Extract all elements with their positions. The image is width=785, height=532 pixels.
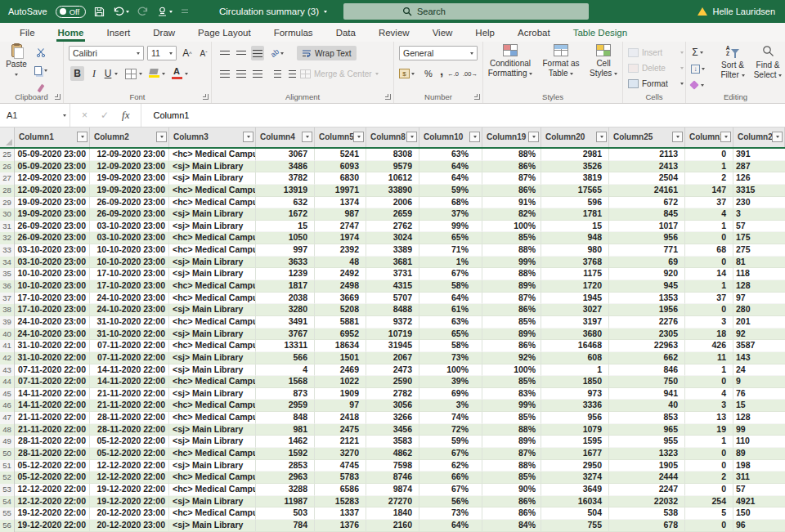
cell[interactable]: 19-12-2020 22:00 [15,507,90,520]
cell[interactable]: 1672 [256,208,315,221]
row-header[interactable]: 47 [0,412,15,424]
cell[interactable]: 86% [482,161,541,173]
cell[interactable]: 6586 [315,484,366,496]
cell[interactable]: 10-10-2020 23:00 [90,257,169,269]
cell[interactable]: 873 [256,388,315,400]
cell[interactable]: <sj> Main Library [169,304,256,316]
cell[interactable]: 945 [609,280,685,293]
cell[interactable]: 662 [609,352,685,364]
cell[interactable]: 3024 [366,232,419,244]
cell[interactable]: 1945 [541,293,609,305]
cell[interactable]: 538 [609,507,685,520]
cell[interactable]: 33890 [366,185,419,197]
cell[interactable]: 86% [482,496,541,508]
cell[interactable]: 83% [482,388,541,400]
row-header[interactable]: 34 [0,257,15,269]
cell[interactable]: 16468 [541,340,609,352]
cell[interactable]: 2038 [256,293,315,305]
cell[interactable]: 1 [541,364,609,377]
cell[interactable]: 1 [685,161,733,173]
cell[interactable]: 90% [482,484,541,496]
cell[interactable]: 2492 [315,268,366,280]
cell[interactable]: 0 [685,149,733,161]
cell[interactable]: 3280 [256,304,315,316]
cell[interactable]: 2067 [366,352,419,364]
cell[interactable]: 31-10-2020 22:00 [15,340,90,352]
column-header-column25[interactable]: Column25 [609,127,685,147]
filter-button[interactable] [469,132,480,142]
cell[interactable]: 1239 [256,268,315,280]
column-header-column10[interactable]: Column10 [419,127,482,147]
cell[interactable]: 89% [482,280,541,293]
account-area[interactable]: Helle Lauridsen [698,0,775,23]
cell[interactable]: 5 [685,507,733,520]
cell[interactable]: 1 [685,364,733,377]
filter-button[interactable] [772,132,783,142]
cell[interactable]: 07-11-2020 22:00 [90,352,169,364]
cell[interactable]: 13919 [256,185,315,197]
cell[interactable]: <hc> Medical Campus [169,507,256,520]
cell[interactable]: 05-09-2020 23:00 [15,149,90,161]
column-header-column20[interactable]: Column20 [541,127,609,147]
cell[interactable]: <hc> Medical Campus [169,400,256,412]
cell[interactable]: 1595 [541,436,609,448]
cell[interactable]: 05-12-2020 22:00 [15,472,90,484]
cell[interactable]: <sj> Main Library [169,161,256,173]
cell[interactable]: 1337 [315,507,366,520]
cell[interactable]: <hc> Medical Campus [169,448,256,460]
cell[interactable]: 230 [733,197,785,209]
confirm-icon[interactable]: ✓ [101,110,109,121]
cell[interactable]: 100% [482,221,541,233]
cell[interactable]: 64% [419,161,482,173]
merge-center-button[interactable]: Merge & Center [297,66,382,81]
row-header[interactable]: 26 [0,161,15,173]
cell[interactable]: 4745 [315,460,366,472]
cell[interactable]: 88% [482,424,541,436]
cell[interactable]: 12-12-2020 22:00 [15,484,90,496]
cell[interactable]: 980 [541,244,609,257]
wrap-text-button[interactable]: Wrap Text [297,46,357,60]
row-header[interactable]: 52 [0,472,15,484]
cell[interactable]: 87% [482,448,541,460]
cell[interactable]: 31-10-2020 22:00 [15,352,90,364]
align-top-button[interactable] [218,46,231,60]
cell[interactable]: 8746 [366,472,419,484]
cell[interactable]: 4 [685,388,733,400]
cell[interactable]: 31945 [366,340,419,352]
accounting-format-button[interactable]: $ [399,66,415,81]
cell[interactable]: <hc> Medical Campus [169,185,256,197]
row-header[interactable]: 40 [0,329,15,341]
font-name-select[interactable]: Calibri [69,46,144,60]
cell[interactable]: 4921 [733,496,785,508]
cell[interactable]: 2469 [315,364,366,377]
cell[interactable]: 85% [482,412,541,424]
cell[interactable]: 10-10-2020 23:00 [15,268,90,280]
cell[interactable]: 845 [609,208,685,221]
cell[interactable]: 0 [685,257,733,269]
cell[interactable]: 955 [609,436,685,448]
cell[interactable]: <sj> Main Library [169,436,256,448]
cell[interactable]: 846 [609,364,685,377]
cell[interactable]: 86% [482,340,541,352]
cell[interactable]: 62% [419,460,482,472]
cell[interactable]: <sj> Main Library [169,352,256,364]
cell[interactable]: 74% [419,412,482,424]
cell[interactable]: 3027 [541,304,609,316]
cell[interactable]: 64% [419,293,482,305]
cell[interactable]: 672 [609,197,685,209]
name-box[interactable]: A1 [0,104,70,127]
cell[interactable]: 965 [609,424,685,436]
cell[interactable]: 956 [609,232,685,244]
cell[interactable]: 3 [685,400,733,412]
cell[interactable]: 2853 [256,460,315,472]
cell[interactable]: 18634 [315,340,366,352]
row-header[interactable]: 49 [0,436,15,448]
cell[interactable]: 99 [733,424,785,436]
redo-button[interactable] [137,7,149,16]
select-all-corner[interactable] [0,127,15,147]
cell[interactable]: 18 [685,329,733,341]
cell[interactable]: 1% [419,257,482,269]
cell[interactable]: 67% [419,484,482,496]
cell[interactable]: 254 [685,496,733,508]
cell[interactable]: 5881 [315,316,366,329]
